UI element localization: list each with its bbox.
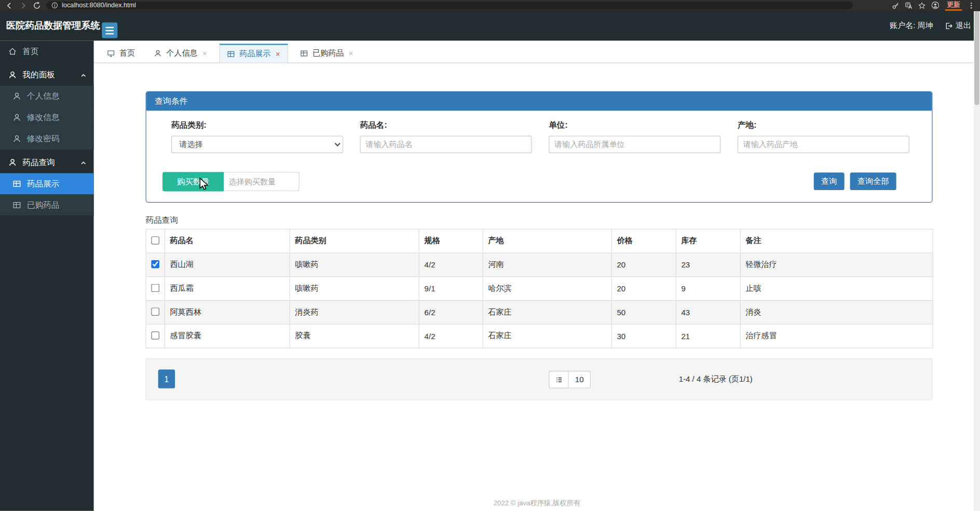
cell-spec: 6/2 <box>419 301 483 325</box>
table-row[interactable]: 西瓜霜 咳嗽药 9/1 哈尔滨 20 9 止咳 <box>146 277 933 301</box>
page-size-input[interactable] <box>569 371 591 388</box>
user-icon <box>154 49 162 58</box>
cell-stock: 9 <box>676 277 740 301</box>
table-row[interactable]: 感冒胶囊 胶囊 4/2 石家庄 30 21 治疗感冒 <box>146 324 933 348</box>
column-header[interactable]: 药品类别 <box>290 229 419 253</box>
copyright-footer: 2022 © java程序猿,版权所有 <box>94 499 980 508</box>
translate-icon[interactable] <box>905 2 913 9</box>
field-drug-category: 药品类别: 请选择 <box>171 119 343 153</box>
logout-label: 退出 <box>956 21 971 31</box>
cell-drug-name: 阿莫西林 <box>165 301 290 325</box>
account-name: 账户名: 周坤 <box>890 21 933 31</box>
table-icon <box>227 50 235 58</box>
page-size-menu-button[interactable] <box>549 371 569 388</box>
sidebar-group-my-panel[interactable]: 我的面板 <box>0 64 94 86</box>
bookmark-star-icon[interactable] <box>918 2 925 9</box>
row-checkbox[interactable] <box>151 284 159 292</box>
url-text[interactable]: localhost:8080/index.html <box>62 1 136 9</box>
search-button[interactable]: 查询 <box>814 172 845 190</box>
info-icon[interactable] <box>51 2 58 9</box>
tab-purchased-drugs[interactable]: 已购药品 <box>293 44 361 62</box>
column-header[interactable]: 规格 <box>419 229 483 253</box>
table-icon <box>12 201 21 210</box>
query-form-row: 药品类别: 请选择 药品名: 单位: 产地: <box>146 119 932 153</box>
sidebar-item-label: 药品查询 <box>22 157 55 168</box>
close-icon[interactable] <box>202 50 208 56</box>
cell-origin: 石家庄 <box>483 324 611 348</box>
user-key-icon <box>12 135 21 143</box>
sidebar-item-edit-info[interactable]: 修改信息 <box>0 107 94 128</box>
browser-actions: 更新 <box>892 1 975 10</box>
origin-input[interactable] <box>738 136 909 153</box>
sidebar-item-drug-display[interactable]: 药品展示 <box>0 173 94 195</box>
logout-button[interactable]: 退出 <box>944 21 971 31</box>
scrollbar-thumb[interactable] <box>974 11 979 105</box>
cell-stock: 21 <box>676 324 740 348</box>
column-header[interactable]: 备注 <box>740 229 933 253</box>
close-icon[interactable] <box>275 51 281 57</box>
column-header[interactable]: 库存 <box>676 229 740 253</box>
key-icon[interactable] <box>892 2 899 9</box>
column-header[interactable]: 价格 <box>611 229 676 253</box>
cell-spec: 4/2 <box>419 253 483 277</box>
page-size-group <box>549 371 591 388</box>
column-header[interactable]: 药品名 <box>165 229 290 253</box>
logout-icon <box>944 22 952 30</box>
table-row[interactable]: 阿莫西林 消炎药 6/2 石家庄 50 43 消炎 <box>146 301 933 325</box>
menu-dots-icon[interactable] <box>968 2 975 9</box>
home-icon <box>8 47 17 56</box>
tab-drug-display[interactable]: 药品展示 <box>220 44 288 62</box>
sidebar-group-drug-query[interactable]: 药品查询 <box>0 152 94 173</box>
cell-category: 胶囊 <box>290 324 419 348</box>
cell-price: 20 <box>611 253 676 277</box>
drug-name-input[interactable] <box>360 136 532 153</box>
query-panel: 查询条件 药品类别: 请选择 药品名: 单位: <box>146 91 933 203</box>
search-all-button[interactable]: 查询全部 <box>850 172 896 190</box>
cell-category: 消炎药 <box>290 301 419 325</box>
tab-home[interactable]: 首页 <box>100 44 142 62</box>
header-user-area: 账户名: 周坤 退出 <box>890 21 980 31</box>
sidebar-item-personal-info[interactable]: 个人信息 <box>0 86 94 107</box>
drug-table: 药品名 药品类别 规格 产地 价格 库存 备注 西山湖 咳嗽药 4/2 河南 2… <box>146 229 933 348</box>
sidebar-item-label: 修改信息 <box>27 112 60 124</box>
buy-quantity-button[interactable]: 购买数量 <box>162 172 224 191</box>
browser-update-button[interactable]: 更新 <box>945 1 962 10</box>
drug-category-select[interactable]: 请选择 <box>171 136 343 153</box>
page-1-button[interactable]: 1 <box>158 370 175 388</box>
tab-personal-info[interactable]: 个人信息 <box>147 44 214 62</box>
cell-origin: 哈尔滨 <box>483 277 611 301</box>
sidebar-item-change-password[interactable]: 修改密码 <box>0 128 94 150</box>
address-bar[interactable]: localhost:8080/index.html <box>46 1 852 9</box>
tab-label: 药品展示 <box>239 48 270 59</box>
forward-icon[interactable] <box>19 1 28 10</box>
table-row[interactable]: 西山湖 咳嗽药 4/2 河南 20 23 轻微治疗 <box>146 253 933 277</box>
browser-scrollbar[interactable] <box>974 11 980 511</box>
cell-stock: 43 <box>676 301 740 325</box>
row-checkbox[interactable] <box>151 260 159 268</box>
refresh-icon[interactable] <box>33 1 42 10</box>
column-header[interactable]: 产地 <box>483 229 611 253</box>
user-icon <box>8 158 17 167</box>
cell-origin: 河南 <box>483 253 611 277</box>
sidebar-item-purchased-drugs[interactable]: 已购药品 <box>0 194 94 216</box>
sidebar-item-label: 个人信息 <box>27 91 60 102</box>
close-icon[interactable] <box>348 50 354 56</box>
buy-quantity-input[interactable] <box>224 172 300 191</box>
sidebar-item-label: 首页 <box>22 46 38 57</box>
cell-category: 咳嗽药 <box>290 253 419 277</box>
row-checkbox[interactable] <box>151 331 159 340</box>
user-edit-icon <box>12 113 21 122</box>
select-all-checkbox[interactable] <box>151 236 159 245</box>
row-checkbox[interactable] <box>151 307 159 316</box>
unit-input[interactable] <box>549 136 720 153</box>
back-icon[interactable] <box>5 1 14 10</box>
query-panel-title: 查询条件 <box>146 92 932 111</box>
profile-avatar-icon[interactable] <box>931 1 940 9</box>
sidebar-item-home[interactable]: 首页 <box>0 41 94 62</box>
drug-category-label: 药品类别: <box>171 119 343 131</box>
cell-spec: 9/1 <box>419 277 483 301</box>
sidebar-toggle-button[interactable] <box>102 22 117 38</box>
table-header-row: 药品名 药品类别 规格 产地 价格 库存 备注 <box>146 229 933 253</box>
origin-label: 产地: <box>738 119 909 131</box>
screen: localhost:8080/index.html 更新 医院药品数据管理系统 … <box>0 0 980 511</box>
